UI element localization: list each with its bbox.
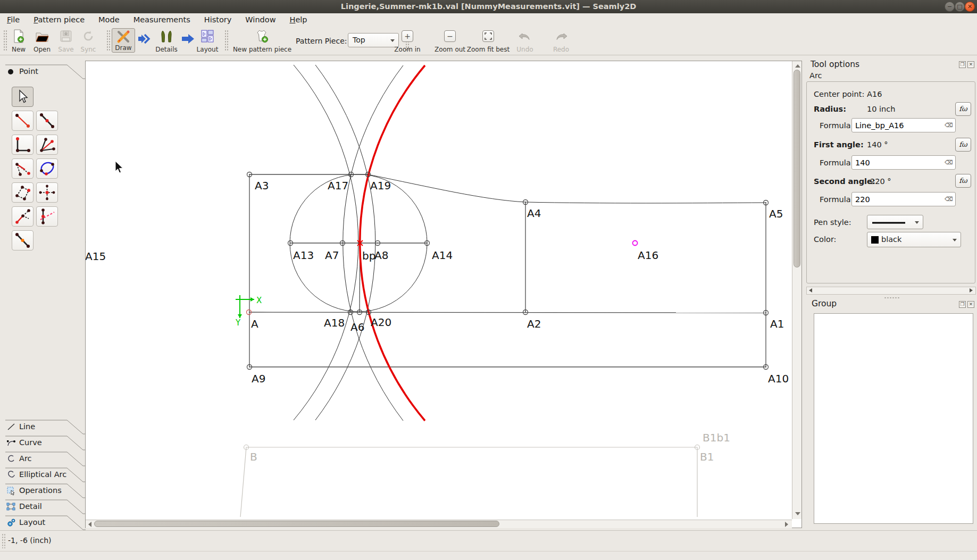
- point-label-A1: A1: [770, 317, 784, 330]
- second-angle-formula-input[interactable]: [851, 192, 956, 206]
- close-button[interactable]: ✕: [965, 2, 975, 12]
- color-select[interactable]: black: [867, 232, 961, 247]
- point-label-A4: A4: [527, 207, 541, 220]
- toolbox-tab-line[interactable]: Line: [0, 419, 86, 434]
- tool-point-intersect-line-axis[interactable]: [36, 206, 58, 227]
- second-angle-formula-button[interactable]: fω: [955, 174, 971, 188]
- menu-item-file[interactable]: File: [7, 13, 20, 27]
- scroll-down-icon[interactable]: [795, 512, 800, 515]
- scroll-left-icon[interactable]: [88, 522, 91, 527]
- pattern-piece-label: Pattern Piece:: [296, 37, 347, 45]
- group-panel-title: Group: [812, 299, 837, 308]
- point-label-A6: A6: [350, 321, 364, 333]
- zoom-fit-best-button[interactable]: Zoom fit best: [464, 29, 513, 53]
- ops-icon: [6, 486, 16, 496]
- scroll-right-icon[interactable]: [785, 522, 788, 527]
- toolbar-separator: [106, 30, 110, 51]
- color-label: Color:: [814, 235, 837, 244]
- toolbox-tab-elliptical-arc[interactable]: Elliptical Arc: [0, 467, 86, 482]
- toolbox-tab-operations[interactable]: Operations: [0, 483, 86, 498]
- layout-mode-button[interactable]: Layout: [195, 29, 220, 53]
- tool-point-of-intersection[interactable]: [12, 182, 34, 203]
- second-angle-value: 220 °: [870, 177, 891, 186]
- zoom-out-icon: −: [444, 30, 456, 42]
- zoom-out-button[interactable]: − Zoom out: [432, 29, 468, 53]
- tool-point-along-line[interactable]: [36, 111, 58, 131]
- undo-icon: [518, 29, 532, 43]
- point-label-A2: A2: [527, 317, 541, 330]
- sync-button: Sync: [78, 29, 98, 53]
- menu-item-measurements[interactable]: Measurements: [133, 13, 190, 27]
- canvas-vscrollbar[interactable]: [792, 61, 801, 519]
- menu-item-window[interactable]: Window: [245, 13, 275, 27]
- point-label-A3: A3: [255, 179, 269, 192]
- toolbox-tab-arc[interactable]: Arc: [0, 451, 86, 466]
- scroll-left-icon[interactable]: [809, 288, 812, 292]
- splitter-handle[interactable]: [884, 297, 900, 299]
- window-title: Lingerie,Summer-mk1b.val [NummyMeasureme…: [0, 2, 977, 11]
- toolbox-tab-layout[interactable]: Layout: [0, 515, 86, 530]
- new-pattern-piece-button[interactable]: New pattern piece: [230, 29, 295, 53]
- hscrollbar-thumb[interactable]: [94, 521, 499, 527]
- tool-perpendicular-point-along-line[interactable]: [12, 206, 34, 227]
- status-bar: [0, 530, 977, 560]
- zoom-in-button[interactable]: + Zoom in: [391, 29, 424, 53]
- first-angle-formula-input[interactable]: [851, 155, 956, 170]
- point-label-A: A: [251, 317, 258, 330]
- pen-style-select[interactable]: [867, 215, 923, 229]
- point-label-A13: A13: [293, 249, 314, 262]
- tool-shoulder-point[interactable]: [12, 158, 34, 179]
- toolbox-tab-point[interactable]: Point: [0, 64, 86, 79]
- clear-input-icon[interactable]: ⌫: [945, 159, 953, 166]
- new-button[interactable]: New: [9, 29, 29, 53]
- clear-input-icon[interactable]: ⌫: [945, 196, 953, 203]
- tool-point-at-distance-angle[interactable]: [12, 111, 34, 131]
- float-panel-icon[interactable]: ❐: [959, 301, 966, 308]
- canvas-hscrollbar[interactable]: [86, 520, 792, 528]
- scroll-up-icon[interactable]: [795, 64, 800, 68]
- scroll-right-icon[interactable]: [970, 288, 973, 292]
- point-label-A14: A14: [432, 249, 453, 262]
- open-button[interactable]: Open: [31, 29, 53, 53]
- group-list[interactable]: [814, 313, 973, 524]
- redo-button: Redo: [548, 29, 574, 53]
- save-button: Save: [56, 29, 76, 53]
- menu-item-help[interactable]: Help: [290, 13, 307, 27]
- close-panel-icon[interactable]: ✕: [967, 61, 974, 68]
- menu-item-mode[interactable]: Mode: [98, 13, 120, 27]
- toolbox-tab-detail[interactable]: Detail: [0, 499, 86, 514]
- chevron-down-icon: [953, 239, 957, 241]
- radius-formula-button[interactable]: fω: [955, 102, 971, 116]
- point-label-A18: A18: [324, 316, 345, 329]
- menu-item-history[interactable]: History: [204, 13, 232, 27]
- draw-mode-button[interactable]: Draw: [112, 28, 135, 53]
- first-angle-formula-button[interactable]: fω: [955, 138, 971, 152]
- tool-curve-intersect-point[interactable]: [36, 158, 58, 179]
- pen-style-label: Pen style:: [814, 218, 851, 227]
- toolbar-handle[interactable]: [3, 30, 7, 51]
- details-mode-button[interactable]: Details: [153, 29, 180, 53]
- point-marker-A16: [633, 241, 638, 246]
- chevron-down-icon: [915, 221, 919, 224]
- tool-options-hscrollbar[interactable]: [806, 287, 976, 295]
- layout-grid-icon: [201, 29, 214, 43]
- clear-input-icon[interactable]: ⌫: [945, 122, 953, 129]
- close-panel-icon[interactable]: ✕: [967, 301, 974, 308]
- menu-item-pattern-piece[interactable]: Pattern piece: [34, 13, 85, 27]
- toolbox-tab-curve[interactable]: Curve: [0, 435, 86, 450]
- tool-select[interactable]: [12, 87, 34, 107]
- maximize-button[interactable]: □: [955, 2, 965, 12]
- status-grip: [2, 533, 6, 548]
- detail-icon: [6, 502, 16, 512]
- radius-formula-input[interactable]: [851, 118, 956, 132]
- tool-point-along-perpendicular[interactable]: [12, 135, 34, 155]
- tool-point-from-x-y[interactable]: [36, 182, 58, 203]
- float-panel-icon[interactable]: ❐: [959, 61, 966, 68]
- tool-bisector[interactable]: [36, 135, 58, 155]
- pattern-drawing[interactable]: BB1B1b1XYAA1A2A3A4A5A6A7A8A9A10A13A14A15…: [86, 61, 792, 520]
- vscrollbar-thumb[interactable]: [794, 70, 800, 268]
- point-label-A10: A10: [768, 372, 789, 385]
- minimize-button[interactable]: −: [945, 2, 955, 12]
- tool-midpoint[interactable]: [12, 230, 34, 250]
- first-angle-formula-label: Formula: [820, 158, 851, 167]
